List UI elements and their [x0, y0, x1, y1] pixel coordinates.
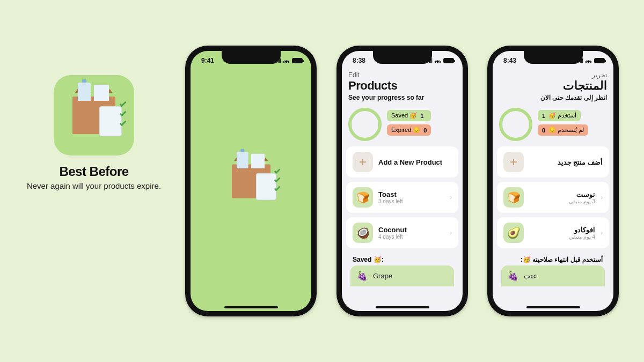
phone-splash: 9:41 [185, 46, 317, 316]
app-tagline: Never again will your products expire. [21, 181, 166, 190]
item-thumb: 🍞 [503, 187, 524, 208]
item-title: Toast [378, 190, 444, 198]
item-sub: 4 days left [378, 234, 444, 240]
battery-icon [594, 58, 605, 63]
page-title: المنتجات [499, 79, 607, 93]
chevron-right-icon: › [450, 194, 452, 201]
item-sub: 4 يوم متبقي [529, 234, 595, 240]
item-sub: 3 days left [378, 198, 444, 204]
phone-arabic: 8:43 تحرير المنتجات انظر إلى تقدمك حتى ا… [487, 46, 619, 316]
battery-icon [292, 58, 303, 63]
status-indicators [578, 57, 605, 64]
saved-section-label: أستخدم قبل انتهاء صلاحيته 🥳: [497, 253, 609, 265]
item-title: افوكادو [529, 226, 595, 234]
plus-icon: + [353, 152, 373, 172]
item-thumb: 🍞 [353, 187, 373, 208]
app-icon [54, 75, 134, 156]
status-indicators [427, 57, 454, 64]
wifi-icon [434, 57, 441, 64]
wifi-icon [283, 57, 290, 64]
chevron-left-icon: › [601, 194, 603, 201]
saved-pill: Saved 🥳1 [387, 110, 431, 121]
expired-pill: Expired 😔0 [387, 124, 431, 136]
item-thumb: 🥥 [353, 223, 373, 243]
item-title: توست [529, 190, 595, 198]
item-sub: 3 يوم متبقي [529, 198, 595, 204]
item-thumb: 🍇 [508, 271, 518, 281]
list-item[interactable]: 🍞 Toast 3 days left › [346, 182, 458, 213]
chevron-left-icon: › [601, 229, 603, 237]
add-product-button[interactable]: + Add a New Product [346, 146, 458, 178]
list-item[interactable]: 🥥 Coconut 4 days left › [346, 217, 458, 248]
status-time: 8:38 [353, 57, 365, 64]
status-time: 8:43 [503, 57, 516, 64]
edit-button[interactable]: Edit [348, 71, 360, 79]
item-title: Grape [373, 272, 392, 280]
chevron-right-icon: › [450, 229, 452, 237]
progress-ring [499, 108, 532, 141]
add-product-button[interactable]: + أضف منتج جديد [497, 146, 609, 178]
status-time: 9:41 [201, 57, 214, 64]
battery-icon [443, 58, 454, 63]
saved-pill: أستخدم 🥳1 [538, 110, 581, 121]
saved-item[interactable]: 🍇 Grape [350, 265, 454, 286]
edit-button[interactable]: تحرير [592, 71, 607, 79]
item-thumb: 🥑 [503, 223, 524, 243]
list-item[interactable]: 🍞 توست 3 يوم متبقي › [497, 182, 609, 213]
splash-logo [232, 164, 270, 198]
promo-block: Best Before Never again will your produc… [21, 75, 166, 190]
progress-ring [348, 108, 382, 141]
plus-icon: + [503, 152, 524, 172]
home-indicator [376, 306, 429, 308]
item-title: Coconut [378, 226, 444, 234]
saved-item[interactable]: 🍇 عنب [501, 265, 605, 286]
page-subtitle: See your progress so far [348, 94, 456, 101]
wifi-icon [585, 57, 592, 64]
home-indicator [224, 306, 278, 308]
home-indicator [526, 306, 580, 308]
page-subtitle: انظر إلى تقدمك حتى الان [499, 94, 607, 101]
expired-pill: لم يُستخدم 😔0 [538, 124, 588, 136]
item-title: عنب [524, 272, 537, 280]
page-title: Products [348, 79, 456, 93]
list-item[interactable]: 🥑 افوكادو 4 يوم متبقي › [497, 217, 609, 248]
phone-english: 8:38 Edit Products See your progress so … [336, 46, 468, 316]
item-thumb: 🍇 [357, 271, 368, 281]
saved-section-label: Saved 🥳: [346, 253, 458, 265]
app-title: Best Before [21, 164, 166, 179]
status-indicators [276, 57, 303, 64]
